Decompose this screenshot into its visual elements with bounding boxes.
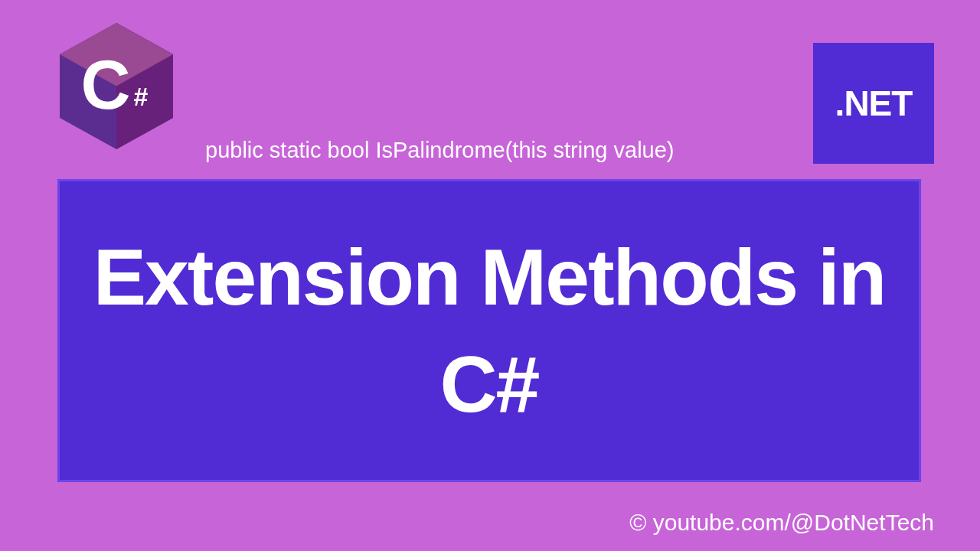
csharp-logo-icon: C # — [60, 23, 173, 149]
svg-text:C: C — [81, 47, 131, 123]
credit-text: © youtube.com/@DotNetTech — [629, 510, 934, 536]
dotnet-logo-icon: .NET — [813, 43, 934, 164]
svg-text:#: # — [134, 82, 149, 111]
code-snippet-text: public static bool IsPalindrome(this str… — [205, 138, 675, 163]
title-container: Extension Methods in C# — [57, 179, 921, 482]
dotnet-logo-text: .NET — [835, 83, 913, 124]
main-title: Extension Methods in C# — [75, 223, 903, 439]
